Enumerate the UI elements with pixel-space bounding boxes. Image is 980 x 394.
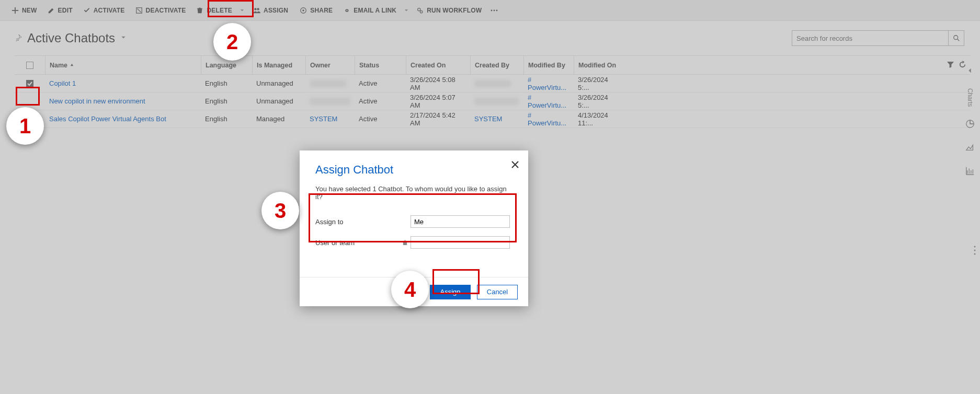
annotation-callout-2: 2 bbox=[213, 23, 251, 61]
dialog-assign-button[interactable]: Assign bbox=[430, 285, 471, 299]
assign-to-input[interactable] bbox=[411, 215, 510, 228]
annotation-callout-4: 4 bbox=[391, 271, 429, 308]
close-icon bbox=[511, 161, 519, 168]
dialog-cancel-button[interactable]: Cancel bbox=[477, 285, 518, 299]
svg-rect-14 bbox=[403, 242, 406, 245]
annotation-callout-3: 3 bbox=[261, 192, 299, 229]
dialog-message: You have selected 1 Chatbot. To whom wou… bbox=[315, 185, 512, 201]
user-or-team-input[interactable] bbox=[411, 236, 510, 249]
lock-icon bbox=[402, 240, 408, 246]
dialog-close-button[interactable] bbox=[511, 160, 519, 171]
annotation-callout-1: 1 bbox=[6, 107, 44, 145]
dialog-form: Assign to User or team bbox=[315, 211, 512, 253]
assign-to-label: Assign to bbox=[315, 218, 399, 226]
user-or-team-label: User or team bbox=[315, 239, 399, 247]
dialog-title: Assign Chatbot bbox=[315, 163, 512, 177]
